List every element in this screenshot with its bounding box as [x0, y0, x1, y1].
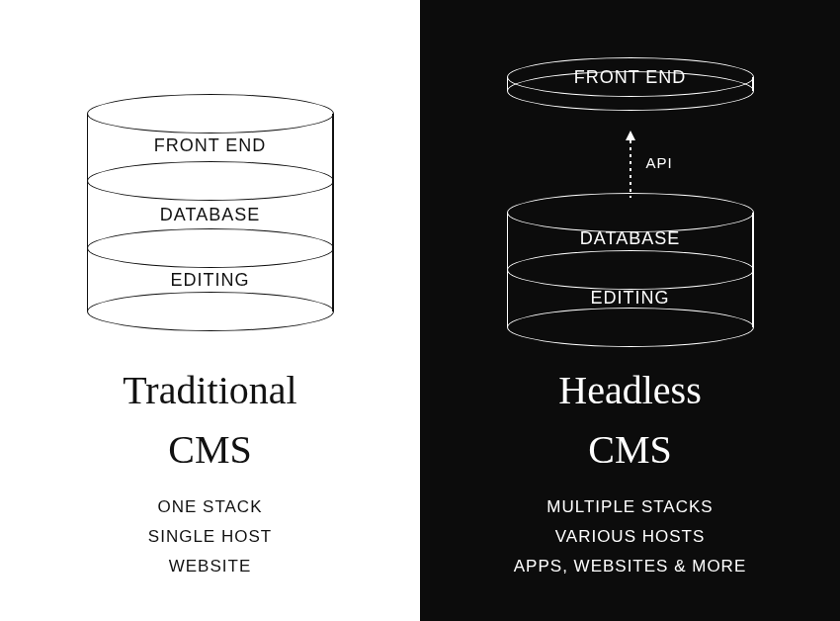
traditional-stack-diagram: FRONT END DATABASE EDITING: [0, 40, 420, 346]
headless-feature-1: MULTIPLE STACKS: [420, 492, 840, 522]
headless-stack-diagram: FRONT END API DATABASE EDITING: [420, 40, 840, 346]
traditional-title-line2: CMS: [0, 420, 420, 480]
headless-layer-frontend: FRONT END: [507, 67, 754, 88]
headless-title-line2: CMS: [420, 420, 840, 480]
headless-layer-editing: EDITING: [507, 288, 754, 309]
traditional-feature-3: WEBSITE: [0, 552, 420, 581]
traditional-feature-2: SINGLE HOST: [0, 522, 420, 552]
headless-title-line1: Headless: [420, 361, 840, 420]
traditional-features: ONE STACK SINGLE HOST WEBSITE: [0, 492, 420, 580]
headless-features: MULTIPLE STACKS VARIOUS HOSTS APPS, WEBS…: [420, 492, 840, 580]
headless-feature-3: APPS, WEBSITES & MORE: [420, 552, 840, 581]
traditional-feature-1: ONE STACK: [0, 492, 420, 522]
headless-title: Headless CMS: [420, 361, 840, 480]
api-arrow-icon: [630, 131, 631, 198]
traditional-title: Traditional CMS: [0, 361, 420, 480]
traditional-layer-frontend: FRONT END: [87, 135, 334, 156]
api-label: API: [646, 154, 673, 171]
headless-cms-panel: FRONT END API DATABASE EDITING Headless …: [420, 0, 840, 621]
traditional-cms-panel: FRONT END DATABASE EDITING Traditional C…: [0, 0, 420, 621]
headless-layer-database: DATABASE: [507, 228, 754, 249]
headless-feature-2: VARIOUS HOSTS: [420, 522, 840, 552]
traditional-layer-editing: EDITING: [87, 270, 334, 291]
traditional-layer-database: DATABASE: [87, 205, 334, 225]
traditional-title-line1: Traditional: [0, 361, 420, 420]
